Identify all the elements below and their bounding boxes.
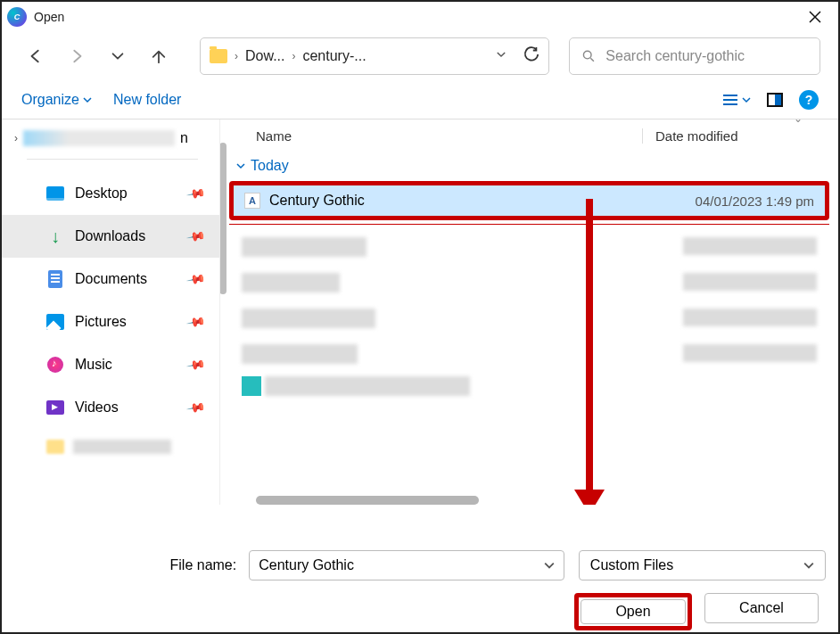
pin-icon: 📌 [185, 269, 206, 290]
folder-icon [210, 49, 227, 63]
filename-input[interactable]: Century Gothic [249, 550, 564, 580]
sidebar-item-desktop[interactable]: Desktop 📌 [2, 172, 219, 215]
breadcrumb-current[interactable]: century-... [302, 48, 366, 64]
highlight-annotation: A Century Gothic 04/01/2023 1:49 pm [229, 181, 829, 220]
recent-dropdown[interactable] [102, 40, 134, 72]
sidebar-item-videos[interactable]: Videos 📌 [2, 386, 219, 429]
sidebar-item-label: Downloads [75, 228, 145, 244]
sidebar-item-label: Desktop [75, 185, 128, 202]
arrow-right-icon [69, 48, 85, 64]
annotation-arrow [586, 199, 593, 493]
svg-point-0 [583, 51, 591, 59]
column-name[interactable]: Name [256, 128, 642, 144]
font-file-icon: A [244, 193, 260, 209]
file-row-redacted[interactable] [229, 375, 829, 398]
chevron-down-icon [742, 95, 751, 104]
sidebar-item-label: Pictures [75, 314, 127, 330]
pin-icon: 📌 [185, 226, 206, 247]
tree-root[interactable]: › n [2, 127, 219, 150]
open-button[interactable]: Open [581, 599, 686, 624]
up-button[interactable] [143, 40, 175, 72]
back-button[interactable] [20, 40, 52, 72]
documents-icon [48, 270, 62, 288]
pin-icon: 📌 [185, 184, 206, 204]
column-date[interactable]: Date modified [642, 128, 820, 144]
search-icon [582, 49, 595, 63]
title-bar: C Open [2, 2, 838, 32]
file-row-redacted[interactable] [229, 232, 829, 262]
chevron-down-icon [236, 161, 245, 170]
chevron-down-icon [495, 48, 507, 61]
filetype-select[interactable]: Custom Files [579, 550, 826, 580]
chevron-down-icon [544, 560, 555, 571]
filetype-value: Custom Files [590, 557, 673, 573]
annotation-underline [229, 224, 829, 225]
redacted-content [23, 130, 175, 146]
toolbar: Organize New folder ? [2, 80, 838, 119]
file-row-redacted[interactable] [229, 303, 829, 333]
file-row-selected[interactable]: A Century Gothic 04/01/2023 1:49 pm [234, 185, 825, 216]
horizontal-scrollbar[interactable] [256, 496, 479, 505]
file-date: 04/01/2023 1:49 pm [696, 193, 814, 209]
help-button[interactable]: ? [799, 90, 819, 110]
redacted-content [73, 440, 171, 454]
divider [27, 159, 198, 160]
chevron-down-icon [83, 95, 92, 104]
organize-label: Organize [21, 92, 79, 108]
search-input[interactable] [605, 48, 807, 64]
file-row-redacted[interactable] [229, 268, 829, 298]
sidebar-item-downloads[interactable]: ↓ Downloads 📌 [2, 215, 219, 258]
pictures-icon [46, 314, 64, 330]
file-list: Today A Century Gothic 04/01/2023 1:49 p… [220, 149, 838, 505]
filename-label: File name: [14, 557, 240, 573]
file-name: Century Gothic [269, 193, 687, 209]
file-row-redacted[interactable] [229, 339, 829, 369]
close-button[interactable] [797, 4, 833, 30]
cancel-button[interactable]: Cancel [704, 593, 819, 623]
breadcrumb-expand[interactable] [495, 48, 507, 64]
preview-pane-button[interactable] [767, 93, 783, 107]
new-folder-button[interactable]: New folder [113, 92, 181, 108]
sidebar: › n Desktop 📌 ↓ Downloads 📌 Documents 📌 … [2, 119, 219, 505]
bottom-panel: File name: Century Gothic Custom Files O… [2, 534, 838, 632]
breadcrumb[interactable]: › Dow... › century-... [200, 37, 549, 75]
chevron-right-icon: › [14, 132, 18, 144]
chevron-down-icon [803, 560, 814, 571]
forward-button[interactable] [61, 40, 93, 72]
organize-menu[interactable]: Organize [21, 92, 92, 108]
main-area: › n Desktop 📌 ↓ Downloads 📌 Documents 📌 … [2, 119, 838, 505]
chevron-right-icon: › [235, 50, 238, 62]
sidebar-item-label: Videos [75, 399, 119, 416]
desktop-icon [46, 186, 64, 201]
sidebar-item-music[interactable]: Music 📌 [2, 343, 219, 386]
window-title: Open [34, 10, 64, 24]
breadcrumb-parent[interactable]: Dow... [245, 48, 284, 64]
arrow-up-icon [151, 48, 167, 64]
close-icon [809, 11, 821, 23]
sidebar-item-label: Music [75, 357, 112, 373]
pin-icon: 📌 [185, 312, 206, 333]
downloads-icon: ↓ [46, 227, 64, 245]
filename-value: Century Gothic [259, 557, 354, 573]
sidebar-item-pictures[interactable]: Pictures 📌 [2, 301, 219, 343]
nav-bar: › Dow... › century-... [2, 32, 838, 80]
chevron-down-icon [110, 48, 126, 64]
file-thumb-icon [242, 376, 261, 396]
refresh-button[interactable] [523, 46, 539, 66]
pin-icon: 📌 [185, 355, 206, 375]
group-today[interactable]: Today [229, 152, 829, 179]
music-icon [47, 357, 63, 373]
chevron-down-icon: ⌄ [794, 112, 803, 125]
sidebar-item-documents[interactable]: Documents 📌 [2, 258, 219, 301]
canva-logo-icon: C [7, 7, 27, 27]
view-menu[interactable] [722, 93, 751, 107]
pin-icon: 📌 [185, 398, 206, 418]
arrow-left-icon [28, 48, 44, 64]
refresh-icon [523, 46, 539, 62]
sidebar-item-redacted[interactable] [2, 429, 219, 465]
chevron-right-icon: › [292, 50, 295, 62]
column-headers: ⌄ Name Date modified [220, 119, 838, 149]
list-view-icon [722, 93, 738, 107]
search-box[interactable] [569, 37, 820, 75]
group-label: Today [251, 158, 289, 174]
